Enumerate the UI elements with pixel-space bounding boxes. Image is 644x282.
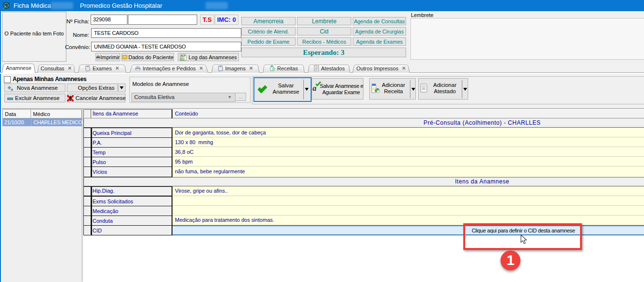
svg-text:LOG: LOG	[181, 58, 186, 60]
svg-text:ACT: ACT	[181, 54, 186, 57]
